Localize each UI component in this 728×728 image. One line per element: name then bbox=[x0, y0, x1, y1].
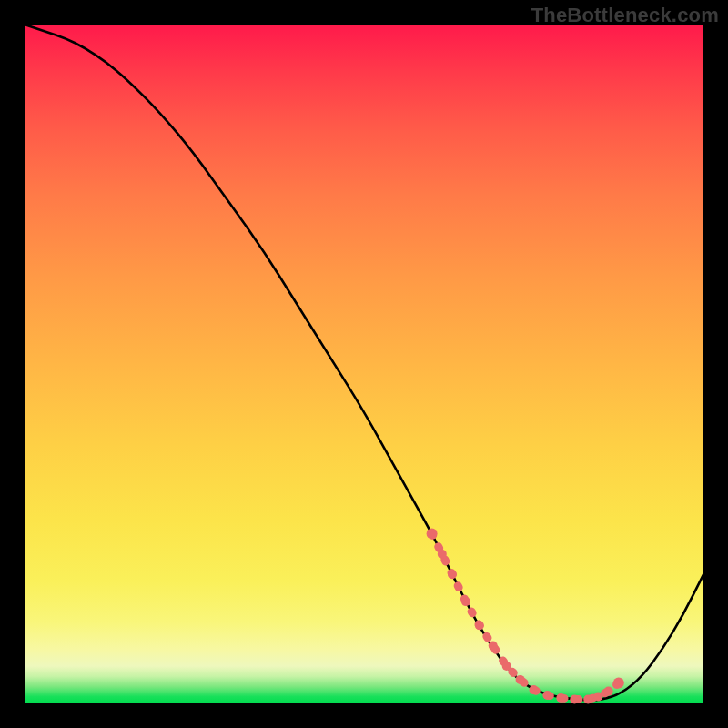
highlight-dot bbox=[438, 550, 447, 559]
highlight-dot bbox=[542, 691, 551, 700]
chart-stage: TheBottleneck.com bbox=[0, 0, 728, 728]
bottleneck-curve bbox=[25, 25, 703, 700]
highlight-dot bbox=[427, 529, 438, 540]
highlight-dot bbox=[502, 662, 511, 671]
highlight-dots bbox=[427, 529, 624, 704]
highlight-dot bbox=[583, 695, 592, 704]
highlight-dot bbox=[461, 597, 470, 606]
highlight-dot bbox=[489, 642, 498, 651]
highlight-dot bbox=[613, 678, 624, 689]
highlight-dot bbox=[530, 685, 539, 694]
highlight-dot bbox=[593, 693, 602, 702]
highlight-dot bbox=[448, 570, 457, 579]
highlight-dot bbox=[556, 693, 565, 703]
highlight-dot bbox=[516, 675, 525, 684]
highlight-dot bbox=[570, 695, 579, 704]
gradient-plot-area bbox=[25, 25, 703, 703]
chart-overlay-svg bbox=[25, 25, 703, 703]
highlight-dot bbox=[604, 687, 613, 696]
highlight-dot bbox=[475, 621, 484, 630]
highlight-dot-connector bbox=[432, 534, 619, 700]
watermark-text: TheBottleneck.com bbox=[531, 4, 719, 27]
